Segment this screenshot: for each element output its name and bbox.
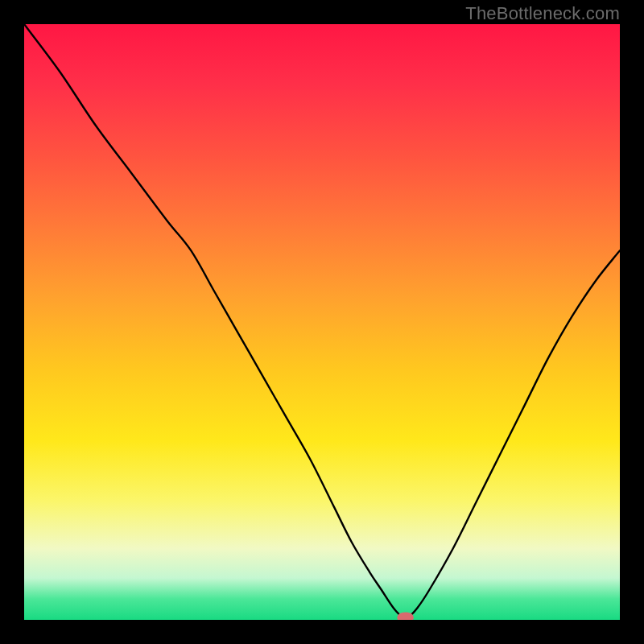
gradient-background (24, 24, 620, 620)
watermark-text: TheBottleneck.com (465, 3, 620, 24)
chart-svg (24, 24, 620, 620)
plot-area (24, 24, 620, 620)
chart-frame: TheBottleneck.com (0, 0, 644, 644)
